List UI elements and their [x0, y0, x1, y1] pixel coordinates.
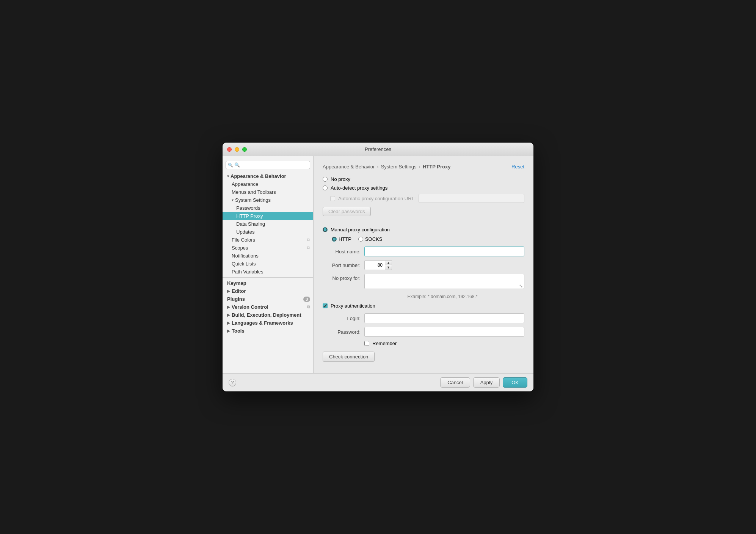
port-down-button[interactable]: ▼: [385, 265, 392, 270]
auto-url-input[interactable]: [419, 194, 524, 203]
help-button[interactable]: ?: [229, 379, 236, 386]
sidebar-item-updates[interactable]: Updates: [223, 228, 313, 236]
breadcrumb: Appearance & Behavior › System Settings …: [323, 164, 524, 170]
copy-icon: ⧉: [307, 305, 310, 309]
sidebar-item-appearance-behavior[interactable]: ▾ Appearance & Behavior: [223, 172, 313, 180]
port-up-button[interactable]: ▲: [385, 261, 392, 265]
sidebar-item-label: System Settings: [235, 197, 271, 203]
check-connection-button[interactable]: Check connection: [323, 352, 375, 362]
remember-row: Remember: [364, 341, 524, 346]
sidebar-item-data-sharing[interactable]: Data Sharing: [223, 220, 313, 228]
sidebar-item-languages-frameworks[interactable]: ▶ Languages & Frameworks: [223, 319, 313, 327]
sidebar-item-label: Passwords: [236, 205, 260, 211]
sidebar-item-label: Updates: [236, 229, 254, 235]
arrow-icon: ▶: [227, 313, 230, 317]
no-proxy-for-row: No proxy for: ⤡: [323, 274, 524, 290]
sidebar-item-passwords[interactable]: Passwords: [223, 204, 313, 212]
search-icon: 🔍: [228, 163, 233, 168]
no-proxy-radio[interactable]: [323, 177, 328, 182]
manual-proxy-label: Manual proxy configuration: [331, 227, 390, 232]
remember-checkbox[interactable]: [364, 341, 369, 346]
sidebar-item-label: HTTP Proxy: [236, 213, 263, 219]
socks-radio[interactable]: [358, 237, 363, 242]
sidebar-item-tools[interactable]: ▶ Tools: [223, 327, 313, 335]
sidebar-item-file-colors[interactable]: File Colors ⧉: [223, 236, 313, 244]
clear-passwords-button[interactable]: Clear passwords: [323, 207, 371, 216]
arrow-icon: ▾: [232, 198, 234, 202]
sidebar-item-label: Appearance & Behavior: [231, 173, 286, 179]
manual-proxy-radio[interactable]: [323, 227, 328, 232]
sidebar-item-label: Scopes: [232, 245, 248, 251]
search-box: 🔍: [226, 161, 310, 169]
password-label: Password:: [323, 329, 361, 335]
port-number-label: Port number:: [323, 262, 361, 268]
sidebar-item-keymap[interactable]: Keymap: [223, 279, 313, 287]
proxy-auth-checkbox[interactable]: [323, 303, 328, 308]
auto-detect-radio[interactable]: [323, 185, 328, 190]
auto-url-row: Automatic proxy configuration URL:: [323, 194, 524, 203]
sidebar-item-editor[interactable]: ▶ Editor: [223, 287, 313, 295]
sidebar-item-label: File Colors: [232, 237, 255, 243]
port-number-row: Port number: ▲ ▼: [323, 260, 524, 270]
password-input[interactable]: [364, 327, 524, 337]
close-button[interactable]: [227, 147, 232, 152]
sidebar-item-quick-lists[interactable]: Quick Lists: [223, 260, 313, 268]
http-label-wrap: HTTP: [332, 236, 351, 242]
plugins-badge: 3: [303, 297, 310, 302]
arrow-icon: ▾: [227, 174, 229, 178]
host-name-row: Host name:: [323, 247, 524, 256]
auto-url-checkbox[interactable]: [330, 196, 335, 201]
port-number-input[interactable]: [364, 260, 385, 270]
breadcrumb-sep1: ›: [377, 164, 378, 170]
maximize-button[interactable]: [242, 147, 247, 152]
no-proxy-label: No proxy: [331, 176, 350, 182]
sidebar-item-system-settings[interactable]: ▾ System Settings: [223, 196, 313, 204]
sidebar-item-appearance[interactable]: Appearance: [223, 180, 313, 188]
http-radio[interactable]: [332, 237, 337, 242]
preferences-window: Preferences 🔍 ▾ Appearance & Behavior Ap…: [223, 143, 533, 391]
sidebar-item-notifications[interactable]: Notifications: [223, 252, 313, 260]
proxy-auth-row: Proxy authentication: [323, 303, 524, 309]
sidebar-item-path-variables[interactable]: Path Variables: [223, 268, 313, 276]
auto-detect-row: Auto-detect proxy settings: [323, 185, 524, 191]
password-row: Password:: [323, 327, 524, 337]
http-label: HTTP: [339, 236, 351, 242]
reset-link[interactable]: Reset: [511, 164, 524, 170]
sidebar-item-http-proxy[interactable]: HTTP Proxy: [223, 212, 313, 220]
search-input[interactable]: [226, 161, 310, 169]
sidebar-item-plugins[interactable]: Plugins 3: [223, 295, 313, 303]
no-proxy-for-input[interactable]: [364, 274, 524, 289]
no-proxy-for-label: No proxy for:: [323, 275, 361, 281]
arrow-icon: ▶: [227, 321, 230, 325]
expand-icon: ⤡: [519, 283, 523, 289]
copy-icon: ⧉: [307, 245, 310, 250]
breadcrumb-part2: System Settings: [381, 164, 417, 170]
host-name-input[interactable]: [364, 247, 524, 256]
ok-button[interactable]: OK: [503, 377, 527, 388]
content-area: 🔍 ▾ Appearance & Behavior Appearance Men…: [223, 156, 533, 373]
login-input[interactable]: [364, 313, 524, 323]
apply-button[interactable]: Apply: [473, 377, 500, 388]
remember-label: Remember: [372, 341, 397, 346]
main-panel: Appearance & Behavior › System Settings …: [314, 156, 533, 373]
sidebar-item-label: Keymap: [227, 280, 246, 286]
auto-url-label: Automatic proxy configuration URL:: [338, 196, 416, 201]
sidebar-item-label: Tools: [232, 328, 245, 334]
socks-label-wrap: SOCKS: [358, 236, 383, 242]
sidebar-item-scopes[interactable]: Scopes ⧉: [223, 244, 313, 252]
sidebar-item-version-control[interactable]: ▶ Version Control ⧉: [223, 303, 313, 311]
sidebar-item-label: Path Variables: [232, 269, 264, 275]
no-proxy-wrap: ⤡: [364, 274, 524, 290]
sidebar-item-label: Editor: [232, 288, 246, 294]
window-title: Preferences: [365, 146, 391, 152]
login-row: Login:: [323, 313, 524, 323]
sidebar-item-build-execution[interactable]: ▶ Build, Execution, Deployment: [223, 311, 313, 319]
http-socks-row: HTTP SOCKS: [332, 236, 524, 242]
sidebar-item-menus-toolbars[interactable]: Menus and Toolbars: [223, 188, 313, 196]
sidebar-item-label: Quick Lists: [232, 261, 256, 267]
sidebar-item-label: Build, Execution, Deployment: [232, 312, 301, 318]
socks-label: SOCKS: [365, 236, 383, 242]
minimize-button[interactable]: [235, 147, 239, 152]
sidebar-item-label: Plugins: [227, 296, 245, 302]
cancel-button[interactable]: Cancel: [440, 377, 470, 388]
